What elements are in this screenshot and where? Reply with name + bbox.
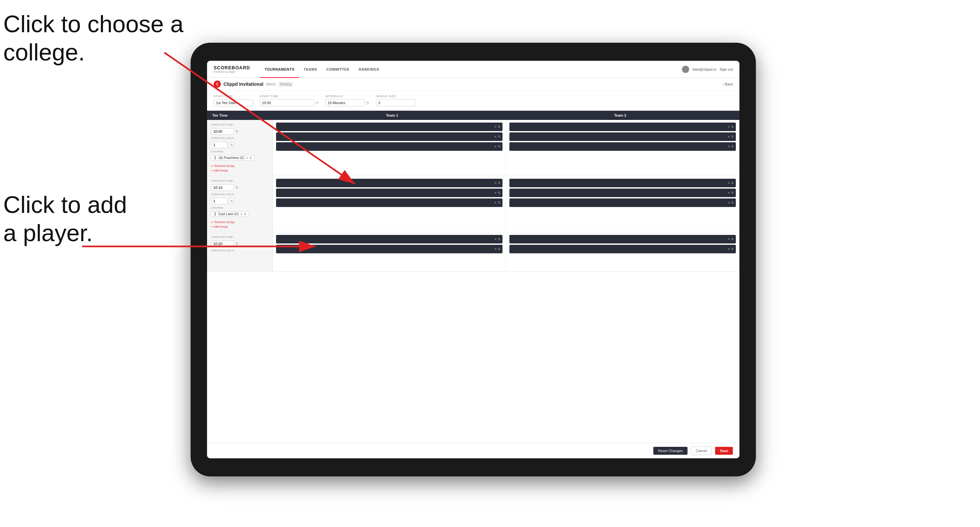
player-slot[interactable]: ✕ ⇅ (276, 245, 503, 253)
group-3-team2: ✕ ⇅ ✕ ⇅ (506, 232, 740, 271)
annotation-player: Click to add a player. (3, 190, 127, 248)
group-1-left: STARTING TIME: ⏱ STARTING HOLE: ⇅ COURSE… (207, 120, 273, 176)
cancel-button[interactable]: Cancel (691, 446, 712, 455)
slot-x-icon[interactable]: ✕ ⇅ (494, 135, 501, 138)
tee-time-header: Tee Time (212, 113, 278, 117)
player-slot[interactable]: ✕ ⇅ (509, 179, 736, 187)
group-size-select[interactable]: 3 (376, 99, 415, 106)
player-slot[interactable]: ✕ ⇅ (509, 189, 736, 197)
starting-hole-input-2[interactable] (211, 198, 228, 204)
starting-time-label-3: STARTING TIME: (211, 236, 269, 238)
course-tag-2[interactable]: 🏌 East Lake GC ✕ ⇅ (211, 211, 249, 217)
slot-x-icon[interactable]: ✕ ⇅ (494, 248, 501, 251)
slot-x-icon[interactable]: ✕ ⇅ (728, 145, 734, 148)
player-slot[interactable]: ✕ ⇅ (509, 245, 736, 253)
starting-hole-input-1[interactable] (211, 141, 228, 148)
group-row: STARTING TIME: ⏱ STARTING HOLE: ⇅ COURSE… (207, 176, 740, 232)
player-slot[interactable]: ✕ ⇅ (276, 142, 503, 151)
start-time-group: Start Time ⏱ (259, 95, 319, 106)
remove-group-btn-2[interactable]: ↩ Remove Group (211, 220, 269, 224)
course-remove-2[interactable]: ✕ ⇅ (240, 213, 247, 216)
player-slot[interactable]: ✕ ⇅ (276, 189, 503, 197)
table-header: Tee Time Team 1 Team 2 (207, 111, 740, 120)
group-1-team2: ✕ ⇅ ✕ ⇅ ✕ ⇅ (506, 120, 740, 176)
starting-hole-label-1: STARTING HOLE: (211, 137, 269, 140)
slot-x-icon[interactable]: ✕ ⇅ (728, 181, 734, 185)
brand-sub: Powered by clippd (214, 70, 250, 73)
intervals-group: Intervals 10 Minutes ⏱ (325, 95, 369, 106)
starting-time-input-2[interactable] (211, 184, 234, 191)
start-time-input[interactable] (259, 99, 314, 106)
main-content: Tee Time Team 1 Team 2 STARTING TIME: ⏱ … (207, 111, 740, 458)
slot-x-icon[interactable]: ✕ ⇅ (494, 238, 501, 241)
groups-container: STARTING TIME: ⏱ STARTING HOLE: ⇅ COURSE… (207, 120, 740, 443)
start-type-select[interactable]: 1st Tee Start (214, 99, 253, 106)
intervals-select[interactable]: 10 Minutes (325, 99, 365, 106)
group-size-group: Group Size 3 (376, 95, 415, 106)
slot-x-icon[interactable]: ✕ ⇅ (728, 125, 734, 129)
hole-spinner-1[interactable]: ⇅ (229, 142, 235, 148)
nav-links: TOURNAMENTS TEAMS COMMITTEE RANKINGS (260, 61, 682, 78)
start-time-label: Start Time (259, 95, 319, 98)
add-group-btn-2[interactable]: + Add Group (211, 225, 269, 229)
slot-x-icon[interactable]: ✕ ⇅ (494, 191, 501, 195)
add-group-btn-1[interactable]: + Add Group (211, 168, 269, 173)
clock-icon-1: ⏱ (235, 130, 239, 133)
slot-x-icon[interactable]: ✕ ⇅ (728, 191, 734, 195)
annotation-college: Click to choose a college. (3, 10, 183, 67)
player-slot[interactable]: ✕ ⇅ (509, 122, 736, 131)
course-tag-letter-1: 🏌 (213, 156, 217, 160)
nav-link-tournaments[interactable]: TOURNAMENTS (260, 61, 299, 78)
player-slot[interactable]: ✕ ⇅ (276, 198, 503, 207)
course-tag-1[interactable]: 🏌 (A) Peachtree GC ✕ ⇅ (211, 155, 255, 161)
nav-link-committee[interactable]: COMMITTEE (322, 61, 354, 78)
nav-bar: SCOREBOARD Powered by clippd TOURNAMENTS… (207, 61, 740, 78)
group-2-actions: ↩ Remove Group + Add Group (211, 220, 269, 229)
sub-header-left: C Clippd Invitational (Men) Hosting (214, 81, 293, 88)
course-name-1: (A) Peachtree GC (218, 156, 245, 160)
sign-out-link[interactable]: Sign out (720, 67, 733, 71)
player-slot[interactable]: ✕ ⇅ (509, 132, 736, 141)
slot-x-icon[interactable]: ✕ ⇅ (494, 181, 501, 185)
group-1-actions: ↩ Remove Group + Add Group (211, 164, 269, 173)
group-row: STARTING TIME: ⏱ STARTING HOLE: ⇅ COURSE… (207, 120, 740, 176)
group-2-left: STARTING TIME: ⏱ STARTING HOLE: ⇅ COURSE… (207, 176, 273, 232)
player-slot[interactable]: ✕ ⇅ (509, 198, 736, 207)
slot-x-icon[interactable]: ✕ ⇅ (728, 135, 734, 138)
player-slot[interactable]: ✕ ⇅ (276, 179, 503, 187)
slot-x-icon[interactable]: ✕ ⇅ (494, 125, 501, 129)
clippd-icon: C (214, 81, 221, 88)
player-slot[interactable]: ✕ ⇅ (509, 142, 736, 151)
nav-link-rankings[interactable]: RANKINGS (354, 61, 384, 78)
starting-hole-label-3: STARTING HOLE: (211, 249, 269, 252)
player-slot[interactable]: ✕ ⇅ (276, 132, 503, 141)
hole-spinner-2[interactable]: ⇅ (229, 198, 235, 204)
user-avatar (682, 66, 689, 73)
slot-x-icon[interactable]: ✕ ⇅ (494, 145, 501, 148)
gender-label: (Men) (266, 82, 275, 86)
remove-group-btn-1[interactable]: ↩ Remove Group (211, 164, 269, 168)
slot-x-icon[interactable]: ✕ ⇅ (728, 201, 734, 204)
group-row: STARTING TIME: ⏱ STARTING HOLE: ✕ ⇅ ✕ ⇅ (207, 232, 740, 272)
slot-x-icon[interactable]: ✕ ⇅ (494, 201, 501, 204)
clock-icon-3: ⏱ (235, 242, 239, 246)
reset-button[interactable]: Reset Changes (653, 447, 687, 455)
start-type-label: Start Type (214, 95, 253, 98)
course-remove-1[interactable]: ✕ ⇅ (246, 156, 252, 160)
starting-time-label-1: STARTING TIME: (211, 123, 269, 126)
back-button[interactable]: ‹ Back (723, 82, 733, 86)
group-3-team1: ✕ ⇅ ✕ ⇅ (273, 232, 506, 271)
bottom-bar: Reset Changes Cancel Save (207, 443, 740, 458)
start-type-group: Start Type 1st Tee Start (214, 95, 253, 106)
starting-time-input-1[interactable] (211, 128, 234, 135)
nav-link-teams[interactable]: TEAMS (299, 61, 322, 78)
slot-x-icon[interactable]: ✕ ⇅ (728, 238, 734, 241)
player-slot[interactable]: ✕ ⇅ (276, 122, 503, 131)
starting-time-input-3[interactable] (211, 241, 234, 247)
course-name-2: East Lake GC (218, 212, 239, 216)
save-button[interactable]: Save (715, 447, 733, 455)
player-slot[interactable]: ✕ ⇅ (276, 235, 503, 243)
player-slot[interactable]: ✕ ⇅ (509, 235, 736, 243)
slot-x-icon[interactable]: ✕ ⇅ (728, 248, 734, 251)
course-tag-letter-2: 🏌 (213, 212, 217, 216)
